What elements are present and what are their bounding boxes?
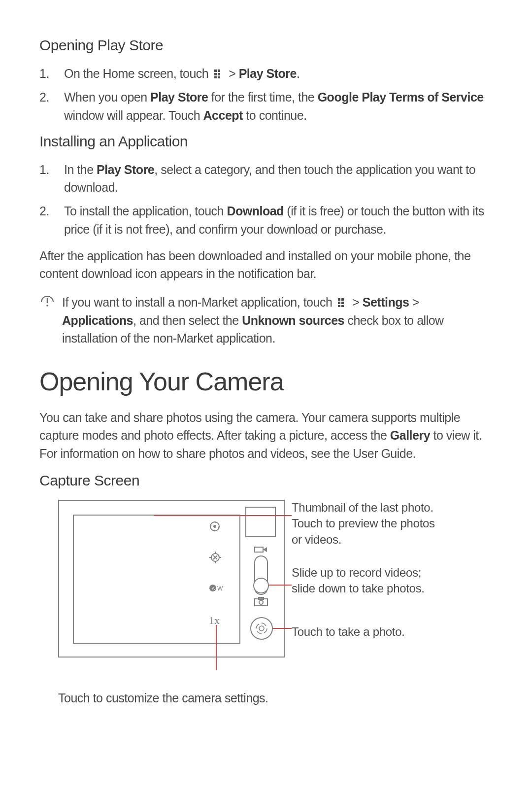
text: On the Home screen, touch bbox=[64, 67, 212, 80]
svg-rect-4 bbox=[214, 76, 217, 78]
list-item: 1. On the Home screen, touch > Play Stor… bbox=[39, 65, 493, 82]
video-mode-icon bbox=[254, 546, 268, 554]
callout-shutter: Touch to take a photo. bbox=[292, 624, 444, 640]
text: , and then select the bbox=[133, 313, 242, 327]
list-content: In the Play Store, select a category, an… bbox=[64, 161, 493, 197]
list-opening-play-store: 1. On the Home screen, touch > Play Stor… bbox=[39, 65, 493, 124]
list-number: 1. bbox=[39, 161, 64, 197]
svg-rect-11 bbox=[341, 302, 344, 304]
bold-text: Download bbox=[227, 204, 283, 218]
bold-text: Unknown sources bbox=[242, 313, 344, 327]
svg-rect-2 bbox=[214, 73, 217, 75]
text: to continue. bbox=[243, 108, 307, 122]
paragraph-camera-intro: You can take and share photos using the … bbox=[39, 409, 493, 462]
paragraph-after-install: After the application has been downloade… bbox=[39, 247, 493, 283]
setting-zoom-label: 1x bbox=[209, 614, 220, 627]
text: To install the application, touch bbox=[64, 204, 227, 218]
callout-line bbox=[273, 628, 292, 629]
bold-text: Play Store bbox=[97, 163, 154, 176]
svg-point-20 bbox=[213, 525, 216, 528]
svg-rect-1 bbox=[218, 69, 220, 72]
svg-point-18 bbox=[259, 626, 264, 631]
text: If you want to install a non-Market appl… bbox=[62, 295, 335, 309]
heading-installing-application: Installing an Application bbox=[39, 133, 493, 150]
bold-text: Gallery bbox=[390, 428, 430, 442]
heading-opening-camera: Opening Your Camera bbox=[39, 367, 493, 396]
bold-text: Applications bbox=[62, 313, 133, 327]
svg-rect-9 bbox=[341, 298, 344, 301]
text: In the bbox=[64, 163, 97, 176]
bold-text: Play Store bbox=[150, 90, 208, 104]
list-item: 2. To install the application, touch Dow… bbox=[39, 202, 493, 238]
callout-line bbox=[216, 625, 217, 670]
svg-text:W: W bbox=[217, 585, 223, 592]
setting-whitebalance-icon: AW bbox=[209, 583, 224, 593]
svg-point-17 bbox=[259, 600, 263, 604]
alert-icon bbox=[39, 293, 62, 347]
svg-rect-3 bbox=[218, 73, 220, 75]
list-number: 2. bbox=[39, 88, 64, 124]
callout-line bbox=[154, 515, 292, 516]
svg-rect-5 bbox=[218, 76, 220, 78]
heading-capture-screen: Capture Screen bbox=[39, 472, 493, 489]
mode-slider-knob bbox=[253, 578, 269, 593]
callout-settings: Touch to customize the camera settings. bbox=[58, 691, 493, 705]
text: window will appear. Touch bbox=[64, 108, 203, 122]
list-item: 2. When you open Play Store for the firs… bbox=[39, 88, 493, 124]
photo-mode-icon bbox=[254, 596, 268, 606]
text: When you open bbox=[64, 90, 150, 104]
list-installing-application: 1. In the Play Store, select a category,… bbox=[39, 161, 493, 238]
note-text: If you want to install a non-Market appl… bbox=[62, 293, 493, 347]
apps-grid-icon bbox=[337, 298, 347, 308]
callout-line bbox=[269, 585, 292, 586]
svg-rect-10 bbox=[338, 302, 340, 304]
bold-text: Play Store bbox=[239, 67, 297, 80]
svg-point-7 bbox=[46, 305, 48, 307]
bold-text: Accept bbox=[203, 108, 243, 122]
svg-rect-8 bbox=[338, 298, 340, 301]
heading-opening-play-store: Opening Play Store bbox=[39, 37, 493, 54]
bold-text: Settings bbox=[363, 295, 409, 309]
text: . bbox=[297, 67, 299, 80]
text: for the first time, the bbox=[208, 90, 317, 104]
thumbnail-preview bbox=[245, 507, 276, 537]
list-number: 1. bbox=[39, 65, 64, 82]
list-content: On the Home screen, touch > Play Store. bbox=[64, 65, 493, 82]
shutter-button bbox=[250, 617, 273, 640]
setting-gps-icon bbox=[209, 551, 222, 564]
callout-thumbnail: Thumbnail of the last photo. Touch to pr… bbox=[292, 500, 444, 548]
svg-text:A: A bbox=[212, 586, 215, 591]
svg-rect-0 bbox=[214, 69, 217, 72]
text: > bbox=[229, 67, 239, 80]
bold-text: Google Play Terms of Service bbox=[318, 90, 484, 104]
svg-rect-14 bbox=[255, 547, 263, 552]
apps-grid-icon bbox=[214, 69, 224, 79]
callout-slider: Slide up to record videos; slide down to… bbox=[292, 565, 444, 597]
list-number: 2. bbox=[39, 202, 64, 238]
list-content: When you open Play Store for the first t… bbox=[64, 88, 493, 124]
svg-rect-12 bbox=[338, 305, 340, 307]
list-item: 1. In the Play Store, select a category,… bbox=[39, 161, 493, 197]
text: > bbox=[409, 295, 419, 309]
setting-eye-icon bbox=[209, 520, 221, 532]
list-content: To install the application, touch Downlo… bbox=[64, 202, 493, 238]
camera-diagram: AW 1x Thumbnail of the last photo. Touch… bbox=[39, 500, 473, 687]
svg-rect-13 bbox=[341, 305, 344, 307]
text: > bbox=[352, 295, 363, 309]
note-block: If you want to install a non-Market appl… bbox=[39, 293, 493, 347]
